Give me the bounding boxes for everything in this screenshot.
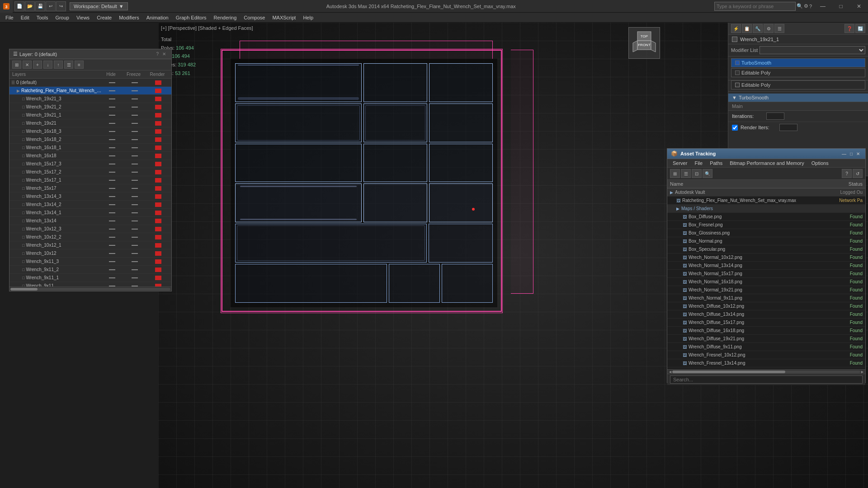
layer-item[interactable]: □ Wrench_16x18_1: [9, 144, 171, 152]
turbosmoooth-rollout[interactable]: ▼ TurboSmooth: [728, 94, 868, 102]
asset-tool-2[interactable]: ☰: [681, 169, 691, 178]
layer-item[interactable]: □ Wrench_13x14_2: [9, 201, 171, 209]
asset-row[interactable]: 🖼 Wrech_Normal_13x14.png Found: [667, 262, 865, 270]
maximize-btn[interactable]: □: [832, 0, 850, 13]
save-btn[interactable]: 💾: [35, 1, 45, 11]
modifier-dropdown[interactable]: [760, 46, 865, 54]
menu-views[interactable]: Views: [73, 13, 93, 23]
asset-row[interactable]: 🖼 Wrench_Diffuse_9x11.png Found: [667, 343, 865, 351]
layer-tool-4[interactable]: ↓: [43, 61, 52, 69]
layer-tool-add[interactable]: +: [33, 61, 42, 69]
layer-item[interactable]: □ Wrench_16x18_2: [9, 136, 171, 144]
layer-item[interactable]: ▶ Ratcheting_Flex_Flare_Nut_Wrench_Set: [9, 87, 171, 95]
minimize-btn[interactable]: —: [814, 0, 832, 13]
asset-minimize-btn[interactable]: —: [840, 151, 848, 156]
menu-tools[interactable]: Tools: [33, 13, 52, 23]
layer-panel-help[interactable]: ?: [154, 52, 160, 56]
layer-item[interactable]: □ Wrench_15x17_1: [9, 176, 171, 184]
editable-poly-item[interactable]: Editable Poly: [731, 80, 865, 89]
asset-row[interactable]: 🖼 Wrench_Fresnel_13x14.png Found: [667, 359, 865, 367]
asset-tool-4[interactable]: 🔍: [703, 169, 712, 178]
layer-item[interactable]: □ Wrench_9x11_2: [9, 266, 171, 274]
asset-row[interactable]: 🖼 Box_Diffuse.png Found: [667, 213, 865, 221]
layer-item[interactable]: □ Wrench_10x12: [9, 249, 171, 258]
menu-compose[interactable]: Compose: [240, 13, 269, 23]
layer-item[interactable]: □ Wrench_10x12_3: [9, 225, 171, 233]
close-btn[interactable]: ✕: [850, 0, 868, 13]
asset-row[interactable]: 🖼 Wrech_Normal_16x18.png Found: [667, 278, 865, 286]
iterations-input[interactable]: [766, 113, 784, 120]
asset-search-input[interactable]: [670, 375, 863, 384]
layer-item[interactable]: ☰ 0 (default): [9, 79, 171, 87]
layer-panel-close[interactable]: ✕: [160, 52, 168, 56]
scroll-right-btn[interactable]: ►: [860, 370, 864, 374]
menu-edit[interactable]: Edit: [17, 13, 33, 23]
layer-item[interactable]: □ Wrench_15x17_2: [9, 168, 171, 176]
layer-item[interactable]: □ Wrench_10x12_1: [9, 241, 171, 249]
redo-btn[interactable]: ↪: [56, 1, 66, 11]
nav-cube[interactable]: TOP FRONT: [628, 27, 660, 59]
search-input[interactable]: [714, 2, 796, 11]
layer-item[interactable]: □ Wrench_10x12_2: [9, 233, 171, 241]
layer-tool-7[interactable]: ≡: [75, 61, 84, 69]
asset-row[interactable]: 🖼 Wrench_Diffuse_15x17.png Found: [667, 319, 865, 327]
modifier-list-item[interactable]: Editable Poly: [731, 68, 865, 77]
layer-item[interactable]: □ Wrench_19x21: [9, 119, 171, 127]
asset-row[interactable]: 🖼 Wrench_Diffuse_19x21.png Found: [667, 335, 865, 343]
layer-tool-x[interactable]: ✕: [23, 61, 32, 69]
asset-row[interactable]: 🖼 Wrech_Normal_15x17.png Found: [667, 270, 865, 278]
layer-item[interactable]: □ Wrench_13x14: [9, 217, 171, 225]
search-icon[interactable]: 🔍: [797, 3, 803, 9]
layer-item[interactable]: □ Wrench_19x21_2: [9, 103, 171, 111]
asset-row[interactable]: 🖼 Box_Specular.png Found: [667, 245, 865, 253]
asset-row[interactable]: 🖼 Wrench_Fresnel_15x17.png Found: [667, 367, 865, 369]
menu-group[interactable]: Group: [52, 13, 73, 23]
asset-row[interactable]: 🖼 Wrench_Diffuse_10x12.png Found: [667, 302, 865, 310]
layer-item[interactable]: □ Wrench_9x11_3: [9, 258, 171, 266]
layer-item[interactable]: □ Wrench_15x17: [9, 184, 171, 192]
asset-maximize-btn[interactable]: □: [848, 151, 854, 156]
asset-menu-paths[interactable]: Paths: [706, 160, 726, 167]
asset-row[interactable]: 🖼 Wrench_Normal_9x11.png Found: [667, 294, 865, 302]
asset-row[interactable]: ▶ Maps / Shaders: [667, 205, 865, 213]
asset-row[interactable]: 🖼 Box_Fresnel.png Found: [667, 221, 865, 229]
asset-row[interactable]: 🖼 Wrench_Diffuse_13x14.png Found: [667, 310, 865, 319]
render-iters-input[interactable]: [779, 124, 797, 131]
mod-icon-5[interactable]: ☰: [774, 24, 784, 33]
mod-icon-3[interactable]: 🔧: [753, 24, 763, 33]
asset-row[interactable]: 🖼 Box_Normal.png Found: [667, 237, 865, 245]
asset-tool-refresh[interactable]: ↺: [853, 169, 863, 178]
layer-item[interactable]: □ Wrench_16x18: [9, 152, 171, 160]
asset-menu-server[interactable]: Server: [669, 160, 691, 167]
asset-row[interactable]: 🖼 Wrench_Diffuse_16x18.png Found: [667, 327, 865, 335]
mod-icon-4[interactable]: ⚙: [764, 24, 774, 33]
modifier-list-item[interactable]: TurboSmooth: [731, 58, 865, 67]
asset-tool-1[interactable]: ⊞: [670, 169, 680, 178]
menu-graph-editors[interactable]: Graph Editors: [172, 13, 210, 23]
asset-scrollbar-h[interactable]: ◄ ►: [667, 369, 865, 374]
workspace-dropdown[interactable]: Workspace: Default ▼: [70, 2, 128, 10]
asset-close-btn[interactable]: ✕: [854, 151, 862, 156]
layer-item[interactable]: □ Wrench_13x14_1: [9, 209, 171, 217]
layer-item[interactable]: □ Wrench_16x18_3: [9, 127, 171, 136]
layer-item[interactable]: □ Wrench_13x14_3: [9, 192, 171, 201]
asset-row[interactable]: 🖼 Wrench_Fresnel_10x12.png Found: [667, 351, 865, 359]
new-btn[interactable]: 📄: [14, 1, 24, 11]
asset-row[interactable]: 🖼 Wrech_Normal_10x12.png Found: [667, 253, 865, 262]
layer-tool-6[interactable]: ☰: [64, 61, 73, 69]
layer-tool-1[interactable]: ⊞: [12, 61, 21, 69]
asset-row[interactable]: 🖼 Ratcheting_Flex_Flare_Nut_Wrench_Set_m…: [667, 197, 865, 205]
menu-create[interactable]: Create: [93, 13, 115, 23]
menu-help[interactable]: Help: [299, 13, 317, 23]
options-icon[interactable]: ⚙: [804, 3, 808, 9]
render-iters-checkbox[interactable]: [732, 125, 738, 131]
layer-item[interactable]: □ Wrench_9x11_1: [9, 274, 171, 282]
layer-item[interactable]: □ Wrench_15x17_3: [9, 160, 171, 168]
asset-row[interactable]: 🖼 Box_Glossiness.png Found: [667, 229, 865, 237]
layer-item[interactable]: □ Wrench_9x11: [9, 282, 171, 286]
menu-maxscript[interactable]: MAXScript: [269, 13, 299, 23]
asset-menu-bitmap[interactable]: Bitmap Performance and Memory: [726, 160, 807, 167]
layer-item[interactable]: □ Wrench_19x21_1: [9, 111, 171, 119]
asset-row[interactable]: ▶ Autodesk Vault Logged Ou: [667, 188, 865, 197]
layer-tool-5[interactable]: ↑: [54, 61, 63, 69]
